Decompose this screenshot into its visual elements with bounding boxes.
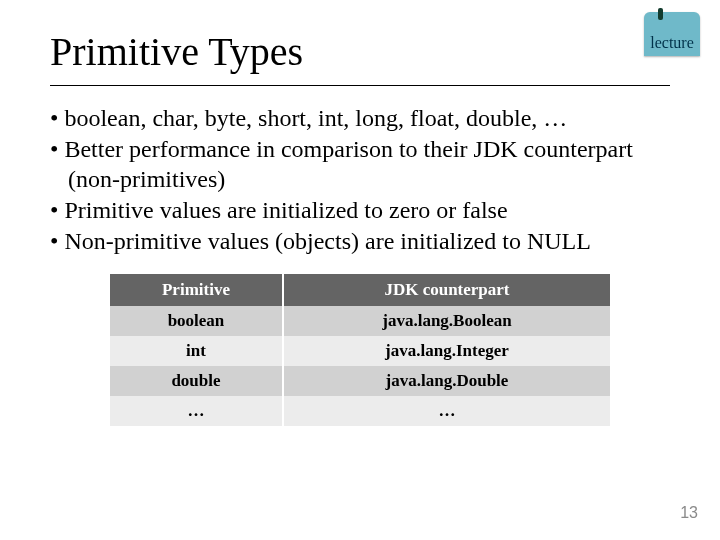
table-cell: java.lang.Double — [283, 366, 610, 396]
bullet-item: boolean, char, byte, short, int, long, f… — [50, 104, 670, 133]
table-cell: java.lang.Integer — [283, 336, 610, 366]
table-row: int java.lang.Integer — [110, 336, 610, 366]
bullet-list: boolean, char, byte, short, int, long, f… — [50, 104, 670, 256]
table-cell: … — [283, 396, 610, 426]
table-cell: int — [110, 336, 283, 366]
table-header: JDK counterpart — [283, 274, 610, 306]
badge-pin — [658, 8, 663, 20]
table-row: boolean java.lang.Boolean — [110, 306, 610, 336]
title-rule — [50, 85, 670, 86]
slide-title: Primitive Types — [50, 28, 670, 75]
table-row: double java.lang.Double — [110, 366, 610, 396]
bullet-item: Non-primitive values (objects) are initi… — [50, 227, 670, 256]
table-cell: … — [110, 396, 283, 426]
table-header-row: Primitive JDK counterpart — [110, 274, 610, 306]
table-cell: java.lang.Boolean — [283, 306, 610, 336]
badge-text: lecture — [650, 34, 694, 52]
lecture-badge: lecture — [644, 12, 700, 56]
bullet-item: Better performance in comparison to thei… — [50, 135, 670, 194]
table-header: Primitive — [110, 274, 283, 306]
bullet-item: Primitive values are initialized to zero… — [50, 196, 670, 225]
table-cell: double — [110, 366, 283, 396]
page-number: 13 — [680, 504, 698, 522]
primitive-table: Primitive JDK counterpart boolean java.l… — [110, 274, 610, 426]
table-cell: boolean — [110, 306, 283, 336]
table-row: … … — [110, 396, 610, 426]
